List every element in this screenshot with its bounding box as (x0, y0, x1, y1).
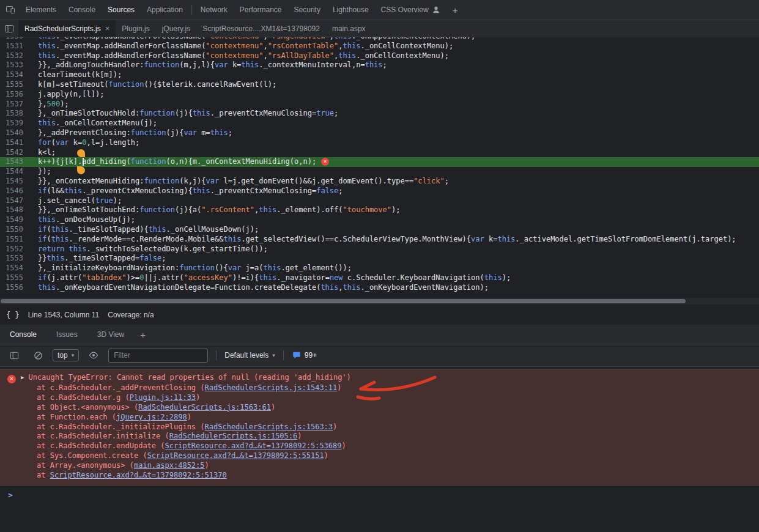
line-number[interactable]: 1545 (0, 177, 29, 187)
line-number[interactable]: 1549 (0, 215, 29, 225)
code-text: for(var k=0,l=j.length; (29, 138, 139, 148)
line-number[interactable]: 1531 (0, 42, 29, 51)
pretty-print-button[interactable]: { } (6, 311, 20, 319)
panel-tab-security[interactable]: Security (288, 0, 327, 20)
line-number[interactable]: 1536 (0, 90, 29, 100)
add-drawer-tab-button[interactable]: + (134, 330, 152, 340)
drawer-tab-console[interactable]: Console (0, 325, 46, 344)
panel-tab-lighthouse[interactable]: Lighthouse (327, 0, 375, 20)
stack-frame-link[interactable]: main.aspx:4852:5 (134, 461, 205, 470)
line-number[interactable]: 1539 (0, 119, 29, 128)
line-number[interactable]: 1556 (0, 283, 29, 293)
panel-tab-performance[interactable]: Performance (234, 0, 288, 20)
toolbar-divider (216, 350, 217, 360)
stack-frame-link[interactable]: jQuery.js:2:2898 (116, 413, 187, 421)
stack-frame: at c.RadScheduler._initializePlugins (Ra… (7, 423, 754, 432)
file-tab-label: main.aspx (332, 24, 366, 33)
context-selector[interactable]: top ▾ (53, 349, 79, 361)
code-line: 1556this._onKeyboardEventNavigationDeleg… (0, 283, 759, 293)
file-tab-scriptresource-xm1-t-13798092[interactable]: ScriptResource....XM1&t=13798092 (196, 20, 326, 37)
panel-tab-sources[interactable]: Sources (102, 0, 141, 20)
line-number[interactable]: 1554 (0, 264, 29, 273)
code-line: 1550if(this._timeSlotTapped){this._onCel… (0, 225, 759, 235)
line-number[interactable]: 1535 (0, 80, 29, 90)
stack-frame-link[interactable]: Plugin.js:11:33 (130, 393, 196, 402)
stack-frame: at c.RadScheduler._addPreventClosing (Ra… (7, 383, 754, 393)
stack-frame-link[interactable]: ScriptResource.axd?d…&t=13798092:5:51370 (50, 471, 227, 479)
line-number[interactable]: 1530 (0, 37, 29, 42)
drawer-tab-3d-view[interactable]: 3D View (87, 325, 134, 344)
toggle-navigator-button[interactable] (0, 20, 18, 37)
line-number[interactable]: 1540 (0, 128, 29, 138)
stack-frame: at ScriptResource.axd?d…&t=13798092:5:51… (7, 471, 754, 481)
line-number[interactable]: 1555 (0, 273, 29, 283)
stack-frame-link[interactable]: RadSchedulerScripts.js:1563:3 (205, 423, 333, 431)
line-number[interactable]: 1544 (0, 167, 29, 177)
line-number[interactable]: 1553 (0, 254, 29, 264)
main-tabbar-tabs: ElementsConsoleSourcesApplicationNetwork… (20, 0, 446, 20)
expand-triangle-icon[interactable]: ▶ (21, 373, 24, 383)
line-number[interactable]: 1538 (0, 109, 29, 119)
line-number[interactable]: 1552 (0, 245, 29, 254)
console-prompt[interactable]: > (0, 486, 759, 500)
line-number[interactable]: 1533 (0, 61, 29, 70)
selection-handle-top-icon[interactable] (77, 149, 85, 157)
panel-tab-console[interactable]: Console (62, 0, 102, 20)
file-tab-jquery-js[interactable]: jQuery.js (156, 20, 196, 37)
panel-tab-network[interactable]: Network (194, 0, 234, 20)
close-icon[interactable]: × (105, 24, 110, 32)
panel-tab-application[interactable]: Application (141, 0, 189, 20)
console-sidebar-icon (10, 351, 19, 360)
line-number[interactable]: 1546 (0, 187, 29, 196)
toggle-device-toolbar-button[interactable] (1, 0, 20, 20)
drawer-tab-issues[interactable]: Issues (46, 325, 87, 344)
code-text: if(this._renderMode==c.RenderMode.Mobile… (29, 235, 736, 245)
line-number[interactable]: 1542 (0, 148, 29, 158)
horizontal-scrollbar[interactable] (0, 298, 759, 305)
file-tab-label: jQuery.js (162, 24, 190, 33)
line-number[interactable]: 1541 (0, 138, 29, 148)
stack-frame-link[interactable]: RadSchedulerScripts.js:1505:6 (169, 432, 298, 440)
log-levels-dropdown[interactable]: Default levels ▾ (224, 351, 275, 360)
more-panels-button[interactable]: + (446, 5, 464, 15)
line-number[interactable]: 1548 (0, 205, 29, 215)
console-sidebar-toggle-button[interactable] (5, 344, 23, 366)
filter-input[interactable] (108, 349, 208, 363)
create-live-expression-button[interactable] (84, 344, 103, 366)
line-number[interactable]: 1551 (0, 235, 29, 245)
panel-tab-label: Performance (240, 6, 282, 14)
toolbar-divider (283, 350, 284, 360)
code-line: 1552return this._switchToSelectedDay(k.g… (0, 245, 759, 254)
stack-frame-link[interactable]: ScriptResource.axd?d…&t=13798092:5:55151 (147, 451, 324, 460)
chevron-down-icon: ▾ (72, 352, 75, 358)
file-tab-radschedulerscripts-js[interactable]: RadSchedulerScripts.js× (18, 20, 116, 37)
stack-frame-text: ) (187, 413, 191, 421)
file-tab-plugin-js[interactable]: Plugin.js (116, 20, 155, 37)
line-number[interactable]: 1532 (0, 51, 29, 61)
file-tab-main-aspx[interactable]: main.aspx (326, 20, 372, 37)
stack-frame-text: ) (271, 403, 275, 412)
line-number[interactable]: 1550 (0, 225, 29, 235)
navigator-panel-icon (4, 24, 14, 34)
stack-frame: at Sys.Component.create (ScriptResource.… (7, 451, 754, 461)
line-number[interactable]: 1534 (0, 70, 29, 80)
line-number[interactable]: 1547 (0, 196, 29, 206)
panel-tab-elements[interactable]: Elements (20, 0, 62, 20)
line-number[interactable]: 1543 (0, 157, 29, 167)
drawer-tab-label: Issues (56, 330, 78, 339)
panel-tab-css-overview[interactable]: CSS Overview (375, 0, 446, 20)
stack-frame-link[interactable]: RadSchedulerScripts.js:1563:61 (138, 403, 271, 412)
stack-frame-link[interactable]: RadSchedulerScripts.js:1543:11 (205, 383, 338, 392)
console-messages: × ▶Uncaught TypeError: Cannot read prope… (0, 369, 759, 532)
source-editor[interactable]: 1530this._eventMap.addHandlerForClassNam… (0, 37, 759, 298)
code-line: 1542k<l; (0, 148, 759, 158)
stack-frame-text: ) (324, 451, 328, 460)
stack-frame-link[interactable]: ScriptResource.axd?d…&t=13798092:5:53689 (165, 441, 342, 450)
line-number[interactable]: 1537 (0, 100, 29, 109)
horizontal-scrollbar-thumb[interactable] (1, 299, 686, 303)
stack-frame: at c.RadScheduler.endUpdate (ScriptResou… (7, 441, 754, 451)
stack-frame-text: ) (342, 441, 346, 450)
issues-counter[interactable]: 99+ (292, 351, 317, 360)
clear-console-button[interactable] (29, 344, 47, 366)
file-tab-label: Plugin.js (122, 24, 149, 33)
